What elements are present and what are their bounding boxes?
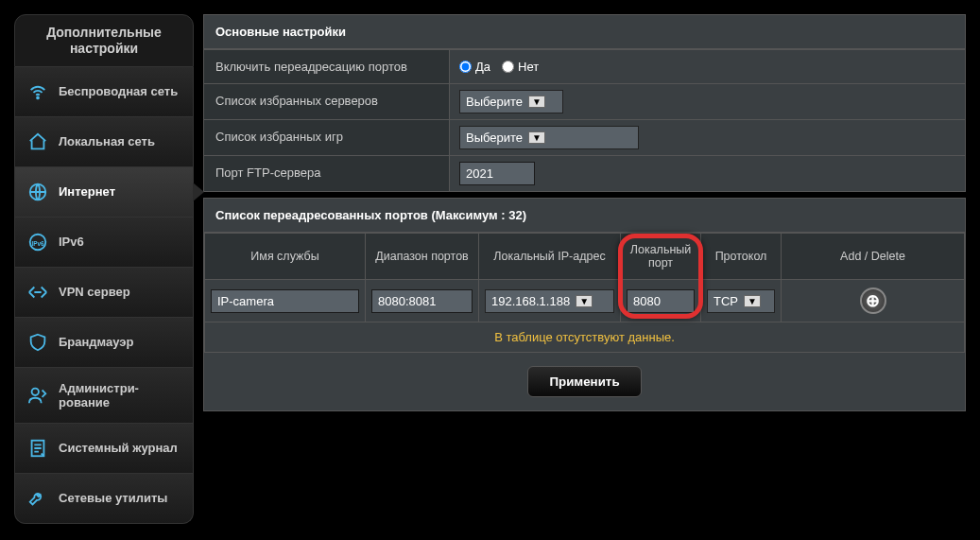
sidebar-item-firewall[interactable]: Брандмауэр <box>14 318 194 368</box>
sidebar-item-syslog[interactable]: Системный журнал <box>14 424 194 474</box>
games-select[interactable]: Выберите▼ <box>459 126 639 149</box>
protocol-select[interactable]: TCP▼ <box>707 289 775 313</box>
enable-yes-radio[interactable]: Да <box>459 60 490 74</box>
basic-settings-title: Основные настройки <box>204 15 965 49</box>
empty-message: В таблице отсутствуют данные. <box>205 322 965 353</box>
tools-icon <box>26 487 49 510</box>
wifi-icon <box>26 80 49 103</box>
sidebar-item-ipv6[interactable]: IPv6 IPv6 <box>14 218 194 268</box>
service-name-input[interactable] <box>211 289 359 313</box>
add-button[interactable]: ⊕ <box>860 287 886 314</box>
sidebar-item-admin[interactable]: Администри- рование <box>14 368 194 424</box>
sidebar-item-wireless[interactable]: Беспроводная сеть <box>14 67 194 117</box>
sidebar-item-label: Администри- рование <box>59 381 139 409</box>
sidebar-item-label: Брандмауэр <box>59 335 133 349</box>
svg-point-0 <box>37 96 39 98</box>
local-ip-select[interactable]: 192.168.1.188▼ <box>485 289 614 313</box>
sidebar-item-tools[interactable]: Сетевые утилиты <box>14 474 194 524</box>
th-range: Диапазон портов <box>366 234 479 280</box>
basic-settings-panel: Основные настройки Включить переадресаци… <box>203 14 966 192</box>
radio-no-input[interactable] <box>502 61 514 73</box>
servers-select[interactable]: Выберите▼ <box>459 90 563 113</box>
enable-no-radio[interactable]: Нет <box>502 60 539 74</box>
table-row: 192.168.1.188▼ TCP▼ ⊕ <box>205 280 965 322</box>
sidebar-title: Дополнительные настройки <box>14 14 194 67</box>
games-label: Список избранных игр <box>204 120 450 155</box>
th-localport: Локальный порт <box>621 234 701 280</box>
sidebar-item-label: IPv6 <box>59 235 84 249</box>
enable-forwarding-label: Включить переадресацию портов <box>204 50 450 83</box>
empty-row: В таблице отсутствуют данные. <box>205 322 965 353</box>
apply-button[interactable]: Применить <box>527 366 641 397</box>
home-icon <box>26 131 49 153</box>
ftp-label: Порт FTP-сервера <box>204 156 450 191</box>
sidebar-item-internet[interactable]: Интернет <box>14 167 194 218</box>
chevron-down-icon: ▼ <box>576 295 593 307</box>
sidebar-item-label: VPN сервер <box>59 285 130 299</box>
th-service: Имя службы <box>205 234 366 280</box>
radio-yes-input[interactable] <box>459 61 472 73</box>
sidebar-item-label: Системный журнал <box>59 441 178 455</box>
local-port-input[interactable] <box>627 289 695 313</box>
games-row: Список избранных игр Выберите▼ <box>204 119 965 155</box>
sidebar-item-label: Интернет <box>59 184 115 199</box>
sidebar-item-label: Сетевые утилиты <box>59 491 167 505</box>
th-action: Add / Delete <box>782 234 965 280</box>
servers-label: Список избранных серверов <box>204 84 450 119</box>
sidebar-item-lan[interactable]: Локальная сеть <box>14 117 194 167</box>
port-forward-table: Имя службы Диапазон портов Локальный IP-… <box>204 233 965 353</box>
vpn-icon <box>26 281 49 304</box>
svg-text:IPv6: IPv6 <box>31 239 44 246</box>
ftp-row: Порт FTP-сервера <box>204 155 965 191</box>
port-list-title: Список переадресованных портов (Максимум… <box>204 199 965 233</box>
sidebar: Дополнительные настройки Беспроводная се… <box>14 14 194 524</box>
svg-point-4 <box>32 388 39 394</box>
sidebar-item-label: Беспроводная сеть <box>59 84 178 98</box>
sidebar-item-vpn[interactable]: VPN сервер <box>14 268 194 318</box>
port-range-input[interactable] <box>371 289 473 313</box>
chevron-down-icon: ▼ <box>528 96 545 108</box>
chevron-down-icon: ▼ <box>744 295 761 307</box>
ipv6-icon: IPv6 <box>26 231 49 253</box>
th-protocol: Протокол <box>701 234 782 280</box>
ftp-port-input[interactable] <box>459 162 535 185</box>
globe-icon <box>26 181 49 203</box>
chevron-down-icon: ▼ <box>528 131 545 144</box>
admin-icon <box>26 384 49 407</box>
sidebar-item-label: Локальная сеть <box>59 134 155 148</box>
port-list-panel: Список переадресованных портов (Максимум… <box>203 198 966 411</box>
shield-icon <box>26 331 49 354</box>
main-content: Основные настройки Включить переадресаци… <box>203 14 966 524</box>
th-ip: Локальный IP-адрес <box>479 234 621 280</box>
servers-row: Список избранных серверов Выберите▼ <box>204 83 965 119</box>
enable-forwarding-row: Включить переадресацию портов Да Нет <box>204 49 965 83</box>
log-icon <box>26 437 49 460</box>
